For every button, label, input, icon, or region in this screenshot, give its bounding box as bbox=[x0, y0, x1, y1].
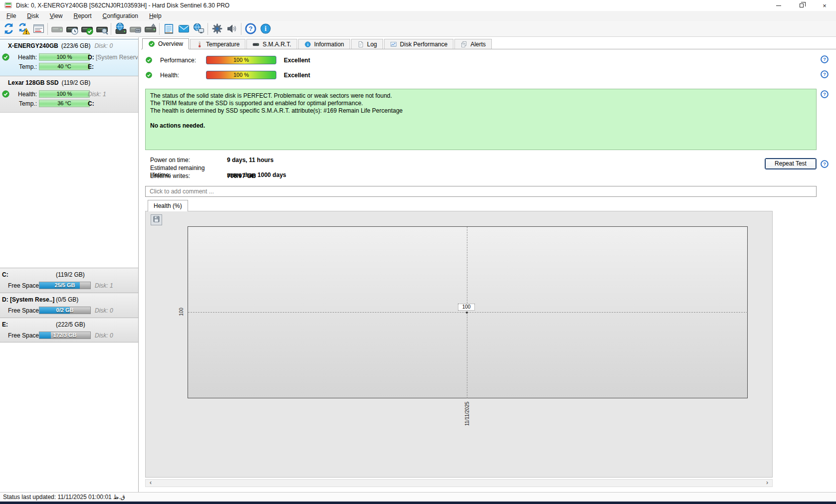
free-space-bar: 172/3 GB bbox=[39, 332, 91, 339]
disk-globe-toolbar-button[interactable] bbox=[113, 21, 128, 36]
health-row: Health: 100 % Excellent bbox=[145, 71, 494, 79]
disk-number: Disk: 0 bbox=[94, 42, 113, 49]
disk-check-toolbar-button[interactable] bbox=[79, 21, 94, 36]
sound-toolbar-button[interactable] bbox=[224, 21, 239, 36]
health-chart-tab[interactable]: Health (%) bbox=[148, 200, 188, 211]
alerts-pages-icon bbox=[460, 41, 467, 48]
help-toolbar-button[interactable]: ? bbox=[243, 21, 258, 36]
status-bar: Status last updated: 11/11/2025 01:00:01… bbox=[0, 492, 836, 502]
refresh-toolbar-button[interactable] bbox=[1, 21, 16, 36]
tab-alerts[interactable]: Alerts bbox=[454, 39, 492, 49]
overview-check-icon bbox=[148, 40, 155, 47]
disk-entry-lexar[interactable]: Lexar 128GB SSD(119/2 GB) Health: 100 % … bbox=[0, 76, 138, 113]
tab-overview[interactable]: Overview bbox=[142, 38, 189, 49]
floppy-save-icon bbox=[153, 215, 160, 224]
menu-bar: File Disk View Report Configuration Help bbox=[0, 11, 836, 21]
partition-row-d[interactable]: D: [System Rese..] (0/5 GB) Free Space 0… bbox=[0, 293, 138, 318]
performance-rating: Excellent bbox=[284, 57, 310, 64]
svg-text:?: ? bbox=[823, 162, 826, 167]
thermometer-icon bbox=[196, 41, 203, 48]
performance-chart-icon bbox=[390, 41, 397, 48]
stat-value: 9 days, 11 hours bbox=[227, 157, 273, 164]
bottom-edge-strip bbox=[0, 502, 836, 504]
x-axis-date-label: 11/11/2025 bbox=[464, 399, 470, 428]
window-titlebar: Disk: 0, X-ENERGY240GB [S62CNJ0R103593H]… bbox=[0, 0, 836, 11]
health-rating: Excellent bbox=[284, 72, 310, 79]
performance-gauge: 100 % bbox=[206, 56, 276, 64]
disk-ok-icon bbox=[1, 53, 10, 61]
disk-clock-toolbar-button[interactable] bbox=[64, 21, 79, 36]
disk-toolbar-button[interactable] bbox=[49, 21, 64, 36]
menu-file[interactable]: File bbox=[1, 11, 21, 20]
disk-plug-toolbar-button[interactable] bbox=[128, 21, 143, 36]
partition-name: D: [System Rese..] bbox=[2, 296, 54, 303]
temp-bar: 36 °C bbox=[39, 100, 90, 107]
close-button[interactable]: × bbox=[813, 0, 836, 11]
app-icon bbox=[4, 1, 12, 9]
repeat-test-button[interactable]: Repeat Test bbox=[765, 158, 817, 169]
network-message-toolbar-button[interactable] bbox=[191, 21, 206, 36]
toolbar-separator bbox=[208, 23, 208, 35]
partition-size: (222/5 GB) bbox=[56, 321, 85, 328]
disk-eject-toolbar-button[interactable] bbox=[143, 21, 158, 36]
menu-help[interactable]: Help bbox=[144, 11, 167, 20]
menu-disk[interactable]: Disk bbox=[21, 11, 44, 20]
partition-ref-bottom: E: bbox=[88, 63, 138, 70]
performance-label: Performance: bbox=[160, 57, 196, 64]
scroll-right-arrow-icon[interactable]: › bbox=[763, 480, 771, 487]
tab-log[interactable]: Log bbox=[351, 39, 383, 49]
tab-disk-performance[interactable]: Disk Performance bbox=[384, 39, 453, 49]
partition-row-e[interactable]: E: (222/5 GB) Free Space 172/3 GB Disk: … bbox=[0, 318, 138, 342]
partition-disk-number: Disk: 1 bbox=[95, 282, 113, 289]
tab-information[interactable]: iInformation bbox=[298, 39, 350, 49]
notepad-toolbar-button[interactable] bbox=[161, 21, 176, 36]
info-toolbar-button[interactable]: i bbox=[258, 21, 273, 36]
restore-button[interactable] bbox=[790, 0, 813, 11]
temp-bar: 40 °C bbox=[39, 63, 90, 70]
settings-gear-toolbar-button[interactable] bbox=[209, 21, 224, 36]
tab-smart[interactable]: S.M.A.R.T. bbox=[246, 39, 297, 49]
partition-row-c[interactable]: C: (119/2 GB) Free Space 25/5 GB Disk: 1 bbox=[0, 268, 138, 293]
status-action: No actions needed. bbox=[150, 122, 812, 130]
disk-size: (223/6 GB) bbox=[61, 42, 91, 49]
disk-list-panel: X-ENERGY240GB(223/6 GB)Disk: 0 Health: 1… bbox=[0, 37, 139, 492]
minimize-button[interactable] bbox=[767, 0, 790, 11]
status-help-icon[interactable]: ? bbox=[820, 90, 829, 99]
menu-report[interactable]: Report bbox=[68, 11, 97, 20]
health-ok-icon bbox=[145, 71, 153, 80]
health-label: Health: bbox=[11, 91, 37, 98]
lifetime-stats: Power on time:9 days, 11 hours Estimated… bbox=[150, 157, 286, 180]
stat-label: Lifetime writes: bbox=[150, 172, 227, 179]
disk-size: (119/2 GB) bbox=[61, 79, 90, 86]
disk-title: X-ENERGY240GB(223/6 GB)Disk: 0 bbox=[8, 42, 113, 49]
stat-value: 706/97 GB bbox=[227, 172, 256, 179]
data-point-value-box: 100 bbox=[458, 304, 475, 311]
disk-entry-xenergy[interactable]: X-ENERGY240GB(223/6 GB)Disk: 0 Health: 1… bbox=[0, 39, 138, 76]
window-title: Disk: 0, X-ENERGY240GB [S62CNJ0R103593H]… bbox=[16, 2, 229, 9]
repeat-test-help-icon[interactable]: ? bbox=[820, 160, 829, 168]
partition-ref-bottom: C: bbox=[88, 100, 138, 107]
minimize-icon bbox=[776, 5, 781, 6]
scroll-left-arrow-icon[interactable]: ‹ bbox=[147, 480, 155, 487]
comment-input[interactable] bbox=[145, 186, 817, 197]
tab-temperature[interactable]: Temperature bbox=[190, 39, 245, 49]
disk-search-toolbar-button[interactable] bbox=[94, 21, 109, 36]
disk-status-toolbar-button[interactable] bbox=[31, 21, 46, 36]
menu-view[interactable]: View bbox=[44, 11, 68, 20]
mail-toolbar-button[interactable] bbox=[176, 21, 191, 36]
refresh-warning-toolbar-button[interactable] bbox=[16, 21, 31, 36]
free-space-bar: 0/2 GB bbox=[39, 307, 91, 314]
health-help-icon[interactable]: ? bbox=[820, 70, 829, 79]
health-chart-card: 100 100 11/11/2025 bbox=[145, 211, 773, 478]
health-bar: 100 % bbox=[39, 90, 90, 98]
performance-help-icon[interactable]: ? bbox=[820, 55, 829, 64]
free-space-label: Free Space bbox=[8, 307, 39, 314]
svg-text:i: i bbox=[307, 42, 308, 46]
temp-label: Temp.: bbox=[11, 100, 37, 107]
chart-horizontal-scrollbar[interactable]: ‹ › bbox=[145, 479, 773, 487]
svg-text:i: i bbox=[264, 25, 266, 32]
save-chart-button[interactable] bbox=[151, 214, 162, 225]
partition-ref-top: D: [System Reserved bbox=[88, 54, 138, 61]
menu-configuration[interactable]: Configuration bbox=[97, 11, 144, 20]
hard-disk-sentinel-window: Disk: 0, X-ENERGY240GB [S62CNJ0R103593H]… bbox=[0, 0, 836, 504]
